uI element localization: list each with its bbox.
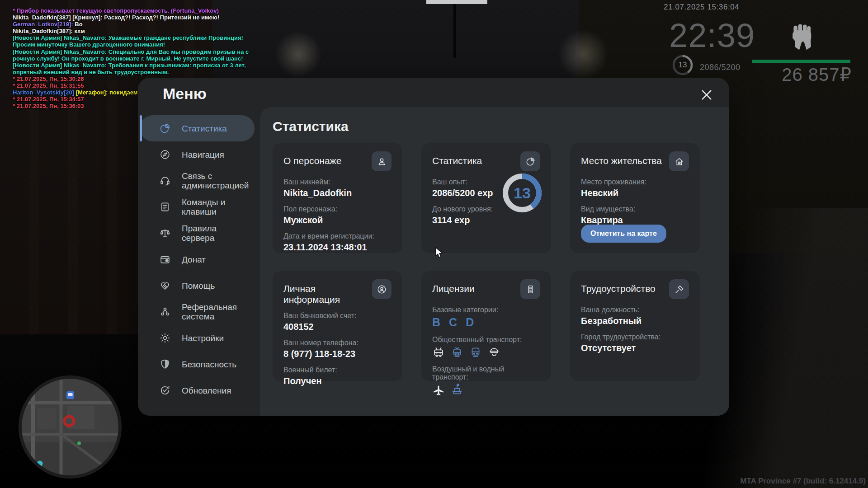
card-badge bbox=[520, 279, 540, 299]
field-label: Дата и время регистрации: bbox=[283, 232, 392, 240]
update-icon bbox=[159, 385, 171, 396]
card-field: Место проживания:Невский bbox=[581, 178, 689, 198]
mark-on-map-button[interactable]: Отметить на карте bbox=[581, 225, 666, 243]
document-icon bbox=[159, 201, 171, 213]
street-lamp-glow bbox=[271, 27, 326, 81]
referral-icon bbox=[159, 306, 171, 318]
sidebar-item-label: Правила сервера bbox=[182, 224, 247, 243]
card-about: О персонажеВаш никнейм:Nikita_DadofkinПо… bbox=[273, 143, 402, 253]
sidebar-item-label: Помощь bbox=[182, 281, 247, 291]
license-icons bbox=[432, 383, 540, 396]
trolleybus-icon bbox=[432, 346, 445, 358]
sidebar-item-referral[interactable]: Реферальная система bbox=[140, 299, 255, 325]
card-title: Статистика bbox=[432, 151, 482, 166]
scales-icon bbox=[159, 227, 171, 239]
field-label: Место проживания: bbox=[581, 178, 689, 186]
status-bar-green bbox=[752, 60, 850, 63]
id-card-icon bbox=[525, 284, 536, 295]
person-circle-icon bbox=[377, 284, 387, 295]
captain-cap-icon bbox=[488, 346, 500, 358]
level-number: 13 bbox=[502, 173, 542, 213]
pie-chart-icon bbox=[525, 156, 536, 167]
field-label: Базовые категории: bbox=[432, 306, 540, 314]
field-value: Безработный bbox=[581, 316, 689, 326]
sidebar-item-donate[interactable]: Донат bbox=[140, 246, 255, 272]
license-letter: C bbox=[449, 316, 457, 329]
sidebar-item-label: Связь с администрацией bbox=[182, 171, 247, 190]
pie-chart-icon bbox=[159, 122, 171, 134]
field-label: Вид имущества: bbox=[581, 205, 689, 213]
field-value: Получен bbox=[283, 376, 392, 386]
field-value: 8 (977) 118-18-23 bbox=[283, 349, 392, 359]
build-label: MTA Province #7 (build: 6.12414.9) bbox=[740, 477, 866, 486]
lamp-pole bbox=[453, 4, 456, 58]
house-icon bbox=[674, 156, 684, 167]
sidebar-item-navigation[interactable]: Навигация bbox=[140, 141, 255, 168]
field-value: Невский bbox=[581, 188, 689, 198]
field-label: Ваш банковский счет: bbox=[283, 312, 392, 320]
minimap bbox=[18, 375, 123, 479]
card-field: Ваш банковский счет:408152 bbox=[283, 312, 392, 332]
chat-line: опрятный внешний вид и не быть трудоустр… bbox=[13, 69, 249, 75]
gear-icon bbox=[159, 332, 171, 344]
card-badge bbox=[669, 151, 689, 171]
hammer-icon bbox=[674, 284, 684, 295]
card-badge bbox=[669, 279, 689, 299]
level-progress-ring: 13 bbox=[502, 173, 542, 213]
hud-level-ring: 13 bbox=[672, 54, 693, 76]
field-label: Ваш никнейм: bbox=[283, 178, 392, 186]
page-title: Статистика bbox=[273, 119, 349, 134]
card-field: Дата и время регистрации:23.11.2024 13:4… bbox=[283, 232, 392, 253]
sidebar-item-rules[interactable]: Правила сервера bbox=[140, 220, 255, 246]
chat-line: Просим минуточку Вашего драгоценного вни… bbox=[13, 41, 249, 48]
license-categories: BCD bbox=[432, 316, 540, 329]
field-label: Ваш опыт: bbox=[432, 178, 509, 186]
sidebar-item-help[interactable]: Помощь bbox=[140, 272, 255, 299]
field-label: Пол персонажа: bbox=[283, 205, 392, 213]
card-employment: ТрудоустройствоВаша должность:Безработны… bbox=[570, 271, 700, 381]
card-field: Город трудоустройства:Отсутствует bbox=[581, 333, 689, 353]
sidebar-item-commands[interactable]: Команды и клавиши bbox=[140, 194, 255, 220]
hud-level-number: 13 bbox=[672, 54, 693, 76]
card-title: О персонаже bbox=[283, 151, 341, 166]
chat-line: Nikita_Dadofkin[387]: кхм bbox=[13, 28, 249, 34]
card-field: Вид имущества:Квартира bbox=[581, 205, 689, 225]
field-value: 2086/5200 exp bbox=[432, 188, 509, 198]
card-field: Ваш опыт:2086/5200 exp bbox=[432, 178, 509, 198]
heart-handshake-icon bbox=[159, 280, 171, 291]
headset-icon bbox=[159, 175, 171, 187]
sidebar-item-label: Команды и клавиши bbox=[182, 197, 247, 216]
card-badge bbox=[520, 151, 540, 171]
hud-money: 26 857₽ bbox=[782, 64, 852, 85]
field-value: Nikita_Dadofkin bbox=[283, 188, 392, 198]
chat-line: * Прибор показывает текущую светопропуск… bbox=[13, 7, 249, 14]
close-icon[interactable] bbox=[699, 88, 714, 102]
field-label: Ваша должность: bbox=[581, 306, 689, 314]
card-licenses: ЛицензииБазовые категории:BCDОбщественны… bbox=[421, 271, 551, 381]
field-value: 3114 exp bbox=[432, 215, 509, 225]
card-personal: Личная информацияВаш банковский счет:408… bbox=[273, 271, 402, 381]
card-field: Ваша должность:Безработный bbox=[581, 306, 689, 326]
card-field: Ваш номер телефона:8 (977) 118-18-23 bbox=[283, 339, 392, 359]
sidebar-item-security[interactable]: Безопасность bbox=[140, 351, 255, 377]
menu-content: Статистика О персонажеВаш никнейм:Nikita… bbox=[260, 107, 729, 416]
sidebar-item-label: Навигация bbox=[182, 150, 247, 160]
sidebar-item-updates[interactable]: Обновления bbox=[140, 377, 255, 404]
card-badge bbox=[372, 279, 392, 299]
tram-icon bbox=[451, 346, 463, 358]
sidebar-item-statistics[interactable]: Статистика bbox=[140, 115, 255, 141]
license-letter: B bbox=[432, 316, 440, 329]
street-lamp-glow bbox=[554, 25, 613, 84]
card-field: Общественный транспорт: bbox=[432, 336, 540, 358]
menu-title: Меню bbox=[163, 85, 207, 103]
fist-icon bbox=[790, 23, 816, 52]
card-field: До нового уровня:3114 exp bbox=[432, 205, 509, 225]
hud-datetime: 21.07.2025 15:36:04 bbox=[664, 3, 739, 12]
license-letter: D bbox=[466, 316, 474, 329]
sidebar-item-settings[interactable]: Настройки bbox=[140, 325, 255, 351]
sidebar-item-admin-contact[interactable]: Связь с администрацией bbox=[140, 168, 255, 194]
card-field: Военный билет:Получен bbox=[283, 366, 392, 386]
metro-icon bbox=[469, 346, 482, 358]
field-value: 408152 bbox=[283, 322, 392, 332]
sidebar-item-label: Реферальная система bbox=[182, 302, 247, 321]
